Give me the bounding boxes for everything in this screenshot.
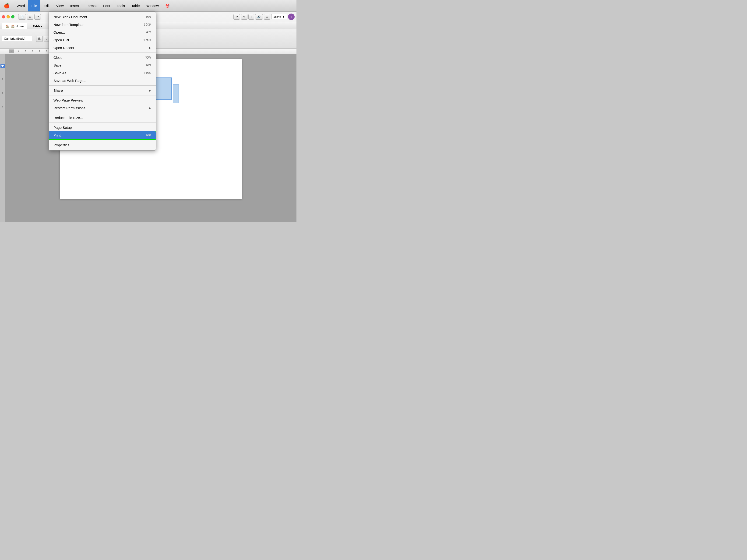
apple-menu[interactable]: 🍎: [0, 0, 13, 11]
ruler-mark-4: 4: [15, 50, 22, 52]
menu-sep-5: [49, 123, 156, 123]
new-doc-icon: 📄: [20, 15, 24, 19]
ruler-mark-7: 7: [36, 50, 43, 52]
grid-icon: ⊞: [29, 15, 31, 19]
speaker-icon[interactable]: 🔊: [255, 14, 263, 20]
menu-item-save[interactable]: Save ⌘S: [49, 61, 156, 69]
menu-item-page-setup[interactable]: Page Setup: [49, 124, 156, 131]
menu-tools[interactable]: Tools: [113, 0, 128, 11]
paragraph-marks-button[interactable]: ¶: [248, 14, 254, 20]
zoom-arrow-icon: ▼: [282, 15, 285, 19]
side-ruler: 1 2 3 4: [0, 54, 5, 222]
sr-mark-2: 2: [0, 77, 5, 91]
menu-item-new-template[interactable]: New from Template... ⇧⌘P: [49, 21, 156, 28]
ruler-mark-6: 6: [29, 50, 36, 52]
ribbon-divider1: [34, 35, 34, 42]
undo-button[interactable]: ↩: [233, 14, 240, 20]
window-controls: [2, 15, 15, 19]
ruler-mark-5: 5: [22, 50, 29, 52]
close-button[interactable]: [2, 15, 5, 19]
bold-button[interactable]: B: [36, 36, 43, 42]
menu-item-save-web[interactable]: Save as Web Page...: [49, 77, 156, 84]
menu-table[interactable]: Table: [128, 0, 143, 11]
menu-item-reduce-size[interactable]: Reduce File Size...: [49, 114, 156, 122]
menu-item-open[interactable]: Open... ⌘O: [49, 28, 156, 36]
sr-mark-4: 4: [0, 105, 5, 119]
redo-button[interactable]: ↪: [241, 14, 248, 20]
menu-edit[interactable]: Edit: [41, 0, 53, 11]
menu-item-open-recent[interactable]: Open Recent ▶: [49, 44, 156, 52]
menu-sep-3: [49, 95, 156, 96]
menu-item-restrict-permissions[interactable]: Restrict Permissions ▶: [49, 104, 156, 112]
menu-font[interactable]: Font: [100, 0, 113, 11]
selection-handle: [173, 84, 179, 103]
navigate-icon: ↩: [36, 15, 39, 19]
menu-item-print[interactable]: Print... ⌘P: [49, 131, 156, 139]
menu-word[interactable]: Word: [13, 0, 28, 11]
menu-item-new-blank[interactable]: New Blank Document ⌘N: [49, 13, 156, 21]
file-menu-dropdown: New Blank Document ⌘N New from Template.…: [49, 11, 156, 151]
menu-view[interactable]: View: [53, 0, 67, 11]
tab-tables[interactable]: Tables: [29, 23, 46, 29]
ruler-corner[interactable]: ↕: [9, 50, 14, 53]
home-icon: 🏠: [5, 25, 9, 28]
menu-format[interactable]: Format: [82, 0, 100, 11]
menu-extra[interactable]: 🎯: [162, 0, 173, 11]
cursor-arrow-icon: [1, 65, 4, 67]
menu-item-open-url[interactable]: Open URL... ⇧⌘O: [49, 36, 156, 44]
menu-sep-2: [49, 85, 156, 86]
cursor-indicator: [0, 64, 5, 68]
minimize-button[interactable]: [6, 15, 10, 19]
navigate-button[interactable]: ↩: [34, 14, 41, 20]
menu-item-save-as[interactable]: Save As... ⇧⌘S: [49, 69, 156, 77]
new-doc-button[interactable]: 📄: [18, 14, 26, 20]
side-ruler-marks: 1 2 3 4: [0, 63, 5, 119]
menu-bar: 🍎 Word File Edit View Insert Format Font…: [0, 0, 297, 12]
menu-item-share[interactable]: Share ▶: [49, 86, 156, 94]
sr-mark-3: 3: [0, 91, 5, 105]
menu-item-close[interactable]: Close ⌘W: [49, 54, 156, 61]
help-button[interactable]: ?: [288, 14, 294, 20]
menu-file[interactable]: File: [28, 0, 41, 11]
view-toggle-button[interactable]: ⊞: [27, 14, 33, 20]
menu-insert[interactable]: Insert: [67, 0, 82, 11]
zoom-control[interactable]: 156% ▼: [271, 14, 287, 19]
menu-sep-4: [49, 113, 156, 113]
menu-window[interactable]: Window: [143, 0, 162, 11]
menu-item-web-preview[interactable]: Web Page Preview: [49, 96, 156, 104]
grid2-icon[interactable]: ⊞: [264, 14, 270, 20]
font-name-field[interactable]: Cambria (Body): [2, 36, 32, 41]
maximize-button[interactable]: [11, 15, 15, 19]
menu-item-properties[interactable]: Properties...: [49, 141, 156, 149]
tab-home[interactable]: 🏠 🏠 Home: [2, 23, 27, 29]
